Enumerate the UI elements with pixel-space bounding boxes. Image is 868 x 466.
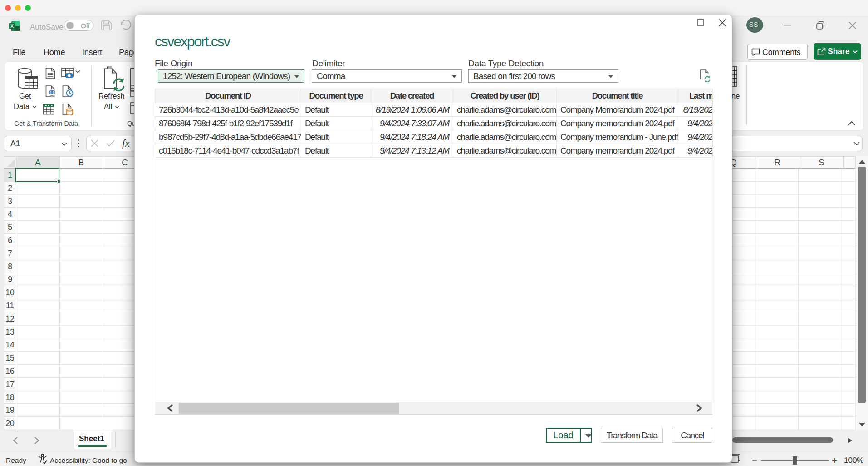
svg-text:X: X (10, 23, 14, 29)
